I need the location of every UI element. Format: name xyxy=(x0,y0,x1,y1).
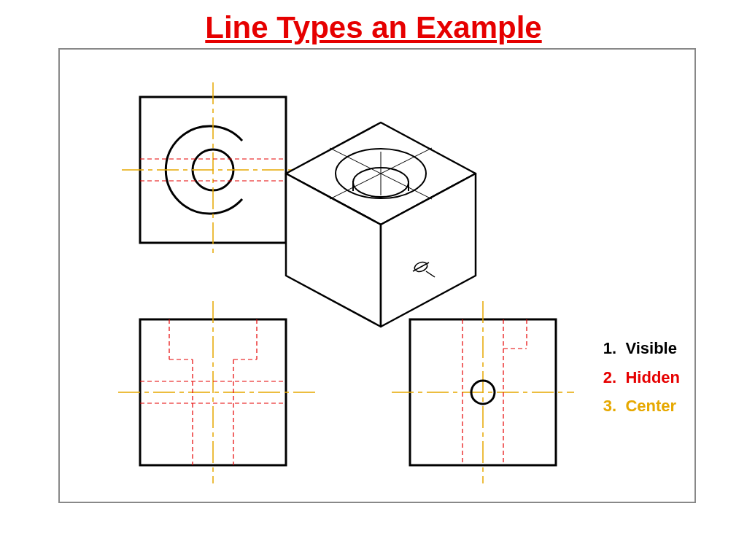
page-title: Line Types an Example xyxy=(0,10,747,45)
legend-hidden: 2. Hidden xyxy=(603,363,680,392)
legend-center: 3. Center xyxy=(603,392,680,421)
drawing-frame: 1. Visible 2. Hidden 3. Center xyxy=(58,48,696,503)
isometric-view xyxy=(257,108,505,341)
legend-visible: 1. Visible xyxy=(603,334,680,363)
legend: 1. Visible 2. Hidden 3. Center xyxy=(603,334,680,421)
